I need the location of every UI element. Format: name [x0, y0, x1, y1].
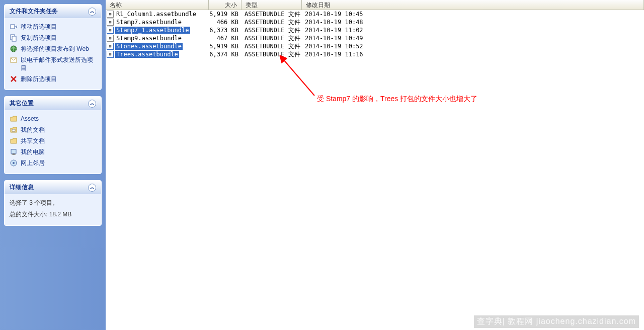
file-row[interactable]: ▦Stones.assetbundle5,919 KBASSETBUNDLE 文…	[106, 42, 644, 50]
file-name-cell: ▦R1_Column1.assetbundle	[106, 11, 209, 18]
column-header-size[interactable]: 大小	[209, 0, 242, 10]
column-header-date[interactable]: 修改日期	[302, 0, 644, 10]
task-label: 删除所选项目	[21, 75, 57, 83]
details-panel-body: 选择了 3 个项目。 总的文件大小: 18.2 MB	[5, 194, 101, 225]
sidebar: 文件和文件夹任务 ︽ 移动所选项目复制所选项目将选择的项目发布到 Web以电子邮…	[0, 0, 106, 330]
file-list: ▦R1_Column1.assetbundle5,919 KBASSETBUND…	[106, 10, 644, 58]
place-label: 我的电脑	[21, 148, 45, 156]
chevron-up-icon: ︽	[88, 184, 96, 192]
chevron-up-icon: ︽	[88, 100, 96, 108]
file-name-cell: ▦Stones.assetbundle	[106, 43, 209, 50]
column-header-type[interactable]: 类型	[242, 0, 302, 10]
file-name-cell: ▦Stamp7.assetbundle	[106, 19, 209, 26]
file-name: Stamp7_1.assetbundle	[115, 27, 190, 34]
place-item[interactable]: 共享文档	[10, 135, 96, 146]
comp-icon	[10, 148, 18, 156]
place-label: 共享文档	[21, 137, 45, 145]
tasks-panel-header[interactable]: 文件和文件夹任务 ︽	[5, 5, 101, 18]
task-label: 将选择的项目发布到 Web	[21, 45, 89, 53]
file-icon: ▦	[107, 43, 114, 50]
net-icon	[10, 159, 18, 167]
file-row[interactable]: ▦Trees.assetbundle6,374 KBASSETBUNDLE 文件…	[106, 50, 644, 58]
file-list-area: 名称 大小 类型 修改日期 ▦R1_Column1.assetbundle5,9…	[106, 0, 644, 330]
file-size: 6,374 KB	[209, 51, 242, 58]
task-item[interactable]: 复制所选项目	[10, 32, 96, 43]
file-name: Trees.assetbundle	[115, 51, 179, 58]
svg-rect-2	[12, 36, 16, 41]
svg-point-10	[13, 162, 15, 164]
del-icon	[10, 75, 18, 83]
file-size: 6,373 KB	[209, 27, 242, 34]
task-item[interactable]: 以电子邮件形式发送所选项目	[10, 54, 96, 73]
details-panel-title: 详细信息	[10, 183, 34, 192]
column-headers: 名称 大小 类型 修改日期	[106, 0, 644, 10]
tasks-panel-body: 移动所选项目复制所选项目将选择的项目发布到 Web以电子邮件形式发送所选项目删除…	[5, 18, 101, 90]
file-size: 466 KB	[209, 19, 242, 26]
file-date: 2014-10-19 10:49	[302, 35, 644, 42]
file-date: 2014-10-19 10:45	[302, 11, 644, 18]
chevron-up-icon: ︽	[88, 8, 96, 16]
task-item[interactable]: 将选择的项目发布到 Web	[10, 43, 96, 54]
place-item[interactable]: Assets	[10, 113, 96, 124]
file-type: ASSETBUNDLE 文件	[242, 10, 302, 19]
file-type: ASSETBUNDLE 文件	[242, 50, 302, 59]
details-panel-header[interactable]: 详细信息 ︽	[5, 181, 101, 194]
task-label: 复制所选项目	[21, 34, 57, 42]
details-selection-count: 选择了 3 个项目。	[10, 197, 96, 209]
place-item[interactable]: 网上邻居	[10, 157, 96, 169]
file-type: ASSETBUNDLE 文件	[242, 34, 302, 43]
file-icon: ▦	[107, 35, 114, 42]
file-name: Stamp7.assetbundle	[115, 19, 183, 26]
web-icon	[10, 45, 18, 53]
places-panel-body: Assets我的文档共享文档我的电脑网上邻居	[5, 110, 101, 174]
file-name-cell: ▦Stamp7_1.assetbundle	[106, 27, 209, 34]
column-header-name[interactable]: 名称	[106, 0, 209, 10]
file-date: 2014-10-19 11:16	[302, 51, 644, 58]
places-panel-header[interactable]: 其它位置 ︽	[5, 97, 101, 110]
file-icon: ▦	[107, 51, 114, 58]
details-panel: 详细信息 ︽ 选择了 3 个项目。 总的文件大小: 18.2 MB	[4, 180, 102, 226]
file-type: ASSETBUNDLE 文件	[242, 26, 302, 35]
file-size: 5,919 KB	[209, 43, 242, 50]
file-row[interactable]: ▦Stamp7_1.assetbundle6,373 KBASSETBUNDLE…	[106, 26, 644, 34]
tasks-panel: 文件和文件夹任务 ︽ 移动所选项目复制所选项目将选择的项目发布到 Web以电子邮…	[4, 4, 102, 90]
task-item[interactable]: 删除所选项目	[10, 73, 96, 85]
annotation-arrow	[279, 55, 319, 101]
file-icon: ▦	[107, 19, 114, 26]
place-label: Assets	[21, 115, 39, 123]
watermark: 查字典| 教程网 jiaocheng.chazidian.com	[474, 315, 639, 328]
copy-icon	[10, 34, 18, 42]
svg-rect-5	[12, 129, 15, 131]
folder-icon	[10, 137, 18, 145]
file-type: ASSETBUNDLE 文件	[242, 18, 302, 27]
move-icon	[10, 23, 18, 31]
places-panel: 其它位置 ︽ Assets我的文档共享文档我的电脑网上邻居	[4, 96, 102, 174]
file-row[interactable]: ▦Stamp7.assetbundle466 KBASSETBUNDLE 文件2…	[106, 18, 644, 26]
place-item[interactable]: 我的文档	[10, 124, 96, 135]
file-row[interactable]: ▦Stamp9.assetbundle467 KBASSETBUNDLE 文件2…	[106, 34, 644, 42]
place-label: 网上邻居	[21, 159, 45, 167]
file-date: 2014-10-19 11:02	[302, 27, 644, 34]
file-name: Stones.assetbundle	[115, 43, 183, 50]
file-icon: ▦	[107, 27, 114, 34]
svg-rect-6	[11, 149, 16, 153]
file-type: ASSETBUNDLE 文件	[242, 42, 302, 51]
place-item[interactable]: 我的电脑	[10, 146, 96, 157]
annotation-text: 受 Stamp7 的影响，Trees 打包的文件大小也增大了	[317, 95, 477, 104]
file-date: 2014-10-19 10:48	[302, 19, 644, 26]
file-size: 5,919 KB	[209, 11, 242, 18]
task-label: 移动所选项目	[21, 23, 57, 31]
file-name: R1_Column1.assetbundle	[115, 11, 197, 18]
file-name: Stamp9.assetbundle	[115, 35, 183, 42]
mail-icon	[10, 56, 18, 64]
svg-rect-8	[12, 154, 16, 155]
folder-icon	[10, 115, 18, 123]
details-total-size: 总的文件大小: 18.2 MB	[10, 209, 96, 220]
svg-rect-0	[11, 25, 15, 29]
file-row[interactable]: ▦R1_Column1.assetbundle5,919 KBASSETBUND…	[106, 10, 644, 18]
task-item[interactable]: 移动所选项目	[10, 21, 96, 32]
file-name-cell: ▦Stamp9.assetbundle	[106, 35, 209, 42]
svg-line-11	[283, 59, 314, 96]
file-name-cell: ▦Trees.assetbundle	[106, 51, 209, 58]
places-panel-title: 其它位置	[10, 99, 34, 108]
